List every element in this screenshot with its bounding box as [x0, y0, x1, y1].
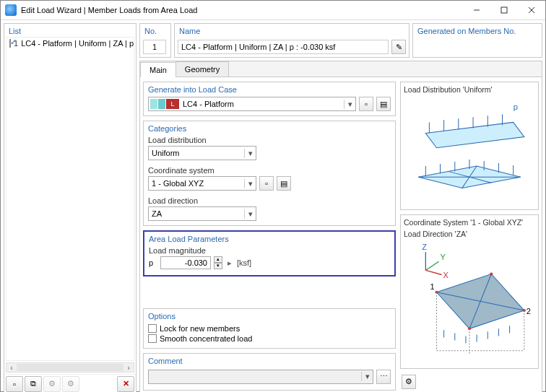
list-item[interactable]: 1 LC4 - Platform | Uniform | ZA | p : -0…	[6, 38, 134, 49]
lock-checkbox[interactable]	[148, 324, 157, 333]
scroll-right-icon[interactable]: ›	[124, 363, 134, 372]
new-icon: ▫	[365, 100, 368, 108]
new-item-button[interactable]: ▫	[6, 376, 23, 392]
no-header: No.	[140, 24, 170, 37]
svg-text:1: 1	[430, 282, 434, 290]
loadcase-new-button[interactable]: ▫	[359, 97, 373, 111]
coord-library-button[interactable]: ▤	[277, 176, 291, 191]
area-load-params-group: Area Load Parameters Load magnitude p ▴ …	[143, 230, 396, 276]
list-panel: List 1 LC4 - Platform | Uniform | ZA | p…	[4, 23, 136, 392]
svg-rect-1	[501, 7, 507, 13]
chevron-down-icon: ▾	[244, 149, 256, 158]
chevron-down-icon: ▾	[361, 372, 373, 381]
options-title: Options	[148, 312, 391, 321]
center-column: No. 1 Name ✎ Generated on Members No.	[139, 23, 542, 392]
tab-main[interactable]: Main	[140, 62, 176, 77]
dialog-window: Edit Load Wizard | Member Loads from Are…	[0, 0, 546, 392]
svg-point-32	[490, 272, 493, 275]
svg-line-24	[425, 261, 438, 270]
preview-settings-button[interactable]: ⚙	[402, 375, 416, 389]
smooth-checkbox[interactable]	[148, 334, 157, 343]
area-params-title: Area Load Parameters	[149, 235, 390, 243]
delete-icon: ✕	[123, 379, 129, 388]
window-title: Edit Load Wizard | Member Loads from Are…	[21, 6, 463, 14]
load-magnitude-label: Load magnitude	[149, 246, 390, 255]
title-bar: Edit Load Wizard | Member Loads from Are…	[1, 1, 545, 20]
edit-name-button[interactable]: ✎	[391, 40, 406, 54]
load-distribution-combo[interactable]: Uniform ▾	[148, 146, 256, 160]
library-icon: ▤	[380, 100, 387, 109]
spinner-down-icon[interactable]: ▾	[214, 263, 222, 269]
load-direction-combo[interactable]: ZA ▾	[148, 206, 256, 221]
name-header: Name	[175, 24, 409, 37]
coord-new-button[interactable]: ▫	[259, 176, 274, 191]
option-smooth-row[interactable]: Smooth concentrated load	[148, 334, 391, 344]
options-group: Options Lock for new members Smooth conc…	[143, 308, 396, 349]
svg-text:Y: Y	[441, 253, 446, 261]
svg-text:X: X	[443, 270, 449, 279]
comment-group: Comment ▾ ⋯	[143, 353, 396, 391]
svg-marker-4	[425, 122, 524, 147]
preview-dist-canvas: p	[404, 97, 535, 206]
tool-icon: ⚙	[48, 379, 56, 388]
magnitude-spinner[interactable]: ▴ ▾	[214, 256, 222, 269]
categories-group: Categories Load distribution Uniform ▾ C…	[143, 121, 396, 226]
spinner-up-icon[interactable]: ▴	[214, 256, 222, 263]
loadcase-library-button[interactable]: ▤	[376, 97, 391, 111]
load-magnitude-input[interactable]	[160, 256, 211, 269]
loadcase-value: LC4 - Platform	[180, 100, 344, 108]
svg-text:2: 2	[526, 307, 531, 315]
name-input[interactable]	[178, 40, 389, 54]
preview-load-distribution: Load Distribution 'Uniform' p	[400, 82, 539, 210]
p-symbol: p	[149, 258, 157, 267]
scroll-left-icon[interactable]: ‹	[6, 363, 17, 372]
list-horizontal-scrollbar[interactable]: ‹ ›	[6, 362, 134, 373]
preview-coord-system: Coordinate System '1 - Global XYZ' Load …	[400, 214, 539, 369]
preview-coord-title-2: Load Direction 'ZA'	[404, 230, 535, 238]
delete-item-button[interactable]: ✕	[117, 376, 134, 392]
preview-dist-title: Load Distribution 'Uniform'	[404, 85, 535, 94]
load-distribution-label: Load distribution	[148, 136, 391, 144]
name-panel: Name ✎	[174, 23, 410, 58]
tab-container: Main Geometry Generate into Load Case L	[139, 61, 542, 392]
preview-coord-title-1: Coordinate System '1 - Global XYZ'	[404, 218, 535, 227]
categories-group-title: Categories	[148, 124, 391, 133]
magnitude-unit: [ksf]	[237, 258, 251, 267]
p-label-icon: p	[514, 103, 518, 111]
close-button[interactable]	[518, 1, 545, 19]
comment-edit-button[interactable]: ⋯	[376, 370, 391, 384]
option-lock-row[interactable]: Lock for new members	[148, 323, 391, 334]
gear-icon: ⚙	[405, 377, 412, 386]
extra-button-2[interactable]: ⚙	[62, 376, 79, 392]
smooth-label: Smooth concentrated load	[160, 334, 252, 343]
chevron-down-icon: ▾	[244, 209, 256, 219]
svg-text:Z: Z	[422, 243, 427, 251]
list-item-label: LC4 - Platform | Uniform | ZA | p : -0.0…	[21, 39, 134, 48]
list-body[interactable]: 1 LC4 - Platform | Uniform | ZA | p : -0…	[6, 37, 134, 361]
minimize-button[interactable]	[463, 1, 490, 19]
no-value[interactable]: 1	[143, 40, 166, 54]
extra-button-1[interactable]: ⚙	[43, 376, 61, 392]
lock-label: Lock for new members	[160, 324, 240, 333]
comment-title: Comment	[148, 357, 391, 365]
copy-item-button[interactable]: ⧉	[25, 376, 42, 392]
magnitude-apply-icon[interactable]: ▸	[225, 258, 234, 268]
dialog-content: List 1 LC4 - Platform | Uniform | ZA | p…	[1, 20, 545, 392]
new-icon: ▫	[13, 380, 16, 388]
maximize-button[interactable]	[490, 1, 518, 19]
tab-geometry[interactable]: Geometry	[176, 61, 229, 77]
coord-system-combo[interactable]: 1 - Global XYZ ▾	[148, 176, 256, 191]
loadcase-group: Generate into Load Case L LC4 - Platform…	[143, 82, 396, 116]
loadcase-combo[interactable]: L LC4 - Platform ▾	[148, 97, 356, 111]
no-panel: No. 1	[139, 23, 171, 58]
edit-icon: ⋯	[380, 372, 388, 381]
coord-system-label: Coordinate system	[148, 166, 391, 175]
generated-on-header: Generated on Members No.	[413, 24, 542, 37]
tool-icon: ⚙	[67, 379, 74, 388]
pencil-icon: ✎	[396, 43, 402, 52]
list-header: List	[4, 24, 136, 37]
chevron-down-icon: ▾	[344, 100, 355, 109]
comment-combo[interactable]: ▾	[148, 370, 373, 384]
list-item-checkbox[interactable]	[9, 39, 11, 48]
copy-icon: ⧉	[30, 379, 36, 388]
